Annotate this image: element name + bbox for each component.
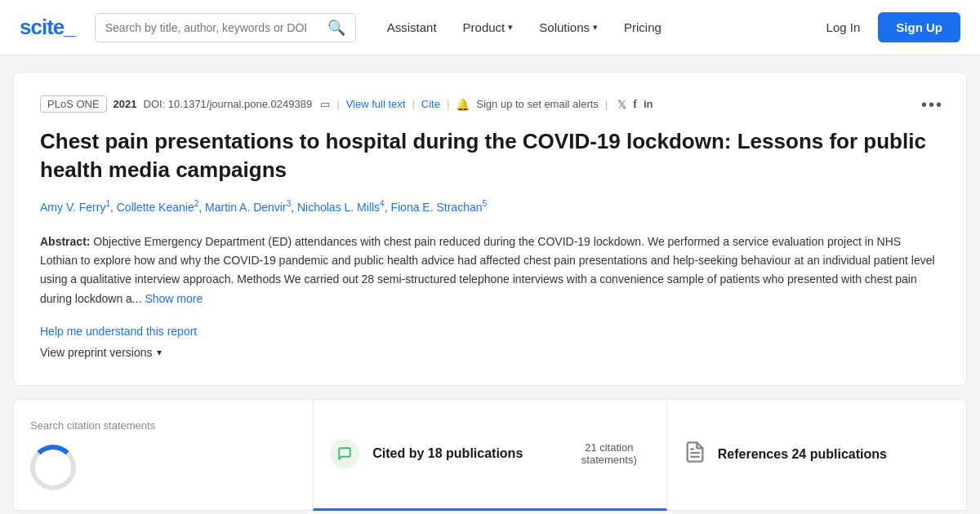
citation-count: 21 citation xyxy=(585,441,633,454)
paper-doi: DOI: 10.1371/journal.pone.0249389 xyxy=(144,98,313,110)
cite-link[interactable]: Cite xyxy=(421,98,440,110)
search-bar: 🔍 xyxy=(95,13,356,42)
view-full-text-link[interactable]: View full text xyxy=(346,98,406,110)
loading-indicator xyxy=(30,445,76,490)
speech-bubble-icon xyxy=(330,439,359,468)
alert-text: Sign up to set email alerts xyxy=(476,98,599,110)
product-chevron-icon: ▾ xyxy=(508,22,513,33)
copy-doi-icon[interactable]: ▭ xyxy=(320,98,330,110)
social-icons: 𝕏 f in xyxy=(617,98,653,111)
logo[interactable]: scite_ xyxy=(20,15,75,40)
search-button[interactable]: 🔍 xyxy=(327,19,345,37)
author-4[interactable]: Nicholas L. Mills4 xyxy=(297,201,385,214)
paper-card: PLoS ONE 2021 DOI: 10.1371/journal.pone.… xyxy=(13,72,967,386)
author-3[interactable]: Martin A. Denvir3 xyxy=(205,201,291,214)
show-more-link[interactable]: Show more xyxy=(145,292,203,305)
meta-bar: PLoS ONE 2021 DOI: 10.1371/journal.pone.… xyxy=(40,95,940,113)
nav-links: Assistant Product ▾ Solutions ▾ Pricing xyxy=(376,14,808,41)
search-citation-label: Search citation statements xyxy=(30,419,296,432)
search-citation-card: Search citation statements xyxy=(13,399,313,511)
preprint-chevron-icon: ▾ xyxy=(157,347,162,358)
paper-title: Chest pain presentations to hospital dur… xyxy=(40,127,940,184)
navbar: scite_ 🔍 Assistant Product ▾ Solutions ▾… xyxy=(0,0,980,55)
author-2[interactable]: Collette Keanie2 xyxy=(117,201,199,214)
paper-actions: Help me understand this report View prep… xyxy=(40,325,940,359)
login-button[interactable]: Log In xyxy=(815,14,872,41)
cited-by-card[interactable]: Cited by 18 publications 21 citation sta… xyxy=(313,399,667,511)
paper-year: 2021 xyxy=(114,98,137,110)
help-link[interactable]: Help me understand this report xyxy=(40,325,940,338)
author-1[interactable]: Amy V. Ferry1 xyxy=(40,201,110,214)
references-title: References 24 publications xyxy=(718,447,887,462)
bell-icon: 🔔 xyxy=(456,98,470,111)
nav-solutions[interactable]: Solutions ▾ xyxy=(528,14,609,41)
solutions-chevron-icon: ▾ xyxy=(593,22,598,33)
main-wrapper: PLoS ONE 2021 DOI: 10.1371/journal.pone.… xyxy=(0,55,980,511)
citation-statements-label: statements) xyxy=(581,454,637,466)
facebook-icon[interactable]: f xyxy=(633,98,637,111)
twitter-icon[interactable]: 𝕏 xyxy=(617,98,626,111)
nav-pricing[interactable]: Pricing xyxy=(612,14,673,41)
journal-badge: PLoS ONE xyxy=(40,95,107,113)
authors-list: Amy V. Ferry1, Collette Keanie2, Martin … xyxy=(40,197,940,216)
document-icon xyxy=(684,441,706,468)
nav-product[interactable]: Product ▾ xyxy=(452,14,525,41)
signup-button[interactable]: Sign Up xyxy=(878,12,960,42)
linkedin-icon[interactable]: in xyxy=(644,98,653,111)
nav-assistant[interactable]: Assistant xyxy=(376,14,448,41)
preprint-toggle[interactable]: View preprint versions ▾ xyxy=(40,346,940,359)
abstract-section: Abstract: Objective Emergency Department… xyxy=(40,233,940,308)
search-input[interactable] xyxy=(105,21,327,34)
more-options-button[interactable]: ••• xyxy=(921,95,943,114)
bottom-cards: Search citation statements Cited by 18 p… xyxy=(13,399,967,511)
author-5[interactable]: Fiona E. Strachan5 xyxy=(390,201,487,214)
references-card[interactable]: References 24 publications xyxy=(667,399,967,511)
abstract-label: Abstract: xyxy=(40,235,90,248)
nav-actions: Log In Sign Up xyxy=(815,12,960,42)
cited-by-title: Cited by 18 publications xyxy=(372,446,523,461)
search-icon: 🔍 xyxy=(327,20,345,36)
